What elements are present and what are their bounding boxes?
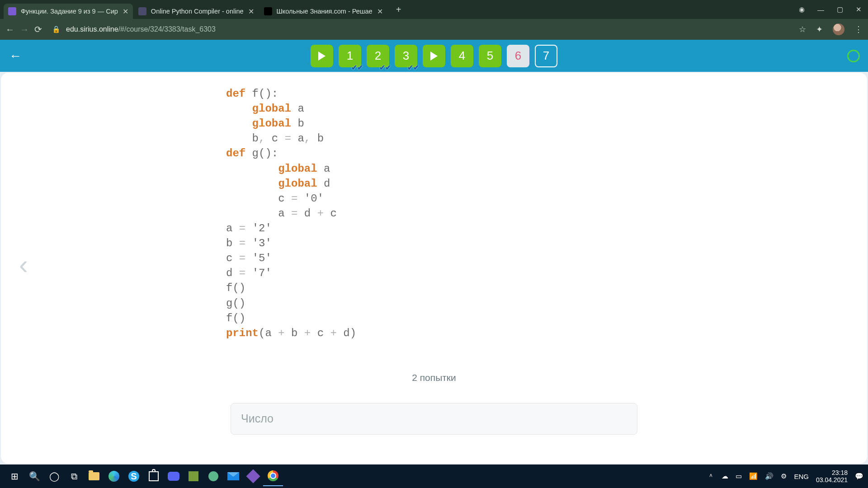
mail-icon[interactable] xyxy=(223,466,243,486)
task-play-button[interactable] xyxy=(423,45,445,67)
address-bar[interactable]: 🔒 edu.sirius.online/#/course/324/3383/ta… xyxy=(52,25,216,33)
url-host: edu.sirius.online xyxy=(66,25,118,33)
url-path: /#/course/324/3383/task_6303 xyxy=(118,25,216,33)
nav-reload-button[interactable]: ⟳ xyxy=(34,24,42,35)
nav-forward-button[interactable]: → xyxy=(20,24,29,35)
browser-tab[interactable]: Online Python Compiler - online✕ xyxy=(134,4,259,19)
browser-tabstrip: Функции. Задание 9 из 9 — Сир✕Online Pyt… xyxy=(0,0,868,19)
nav-back-button[interactable]: ← xyxy=(5,24,14,35)
chrome-menu-icon[interactable]: ⋮ xyxy=(854,24,863,34)
tab-title: Online Python Compiler - online xyxy=(151,8,244,15)
prev-task-arrow[interactable]: ‹ xyxy=(19,249,28,280)
extensions-icon[interactable]: ✦ xyxy=(816,24,823,34)
account-indicator-icon[interactable]: ◉ xyxy=(799,5,805,14)
tab-title: Функции. Задание 9 из 9 — Сир xyxy=(21,8,118,15)
task-number-button[interactable]: 3✔✔ xyxy=(395,45,417,67)
tray-security-icon[interactable]: ⚙ xyxy=(781,472,787,480)
tab-favicon-icon xyxy=(8,7,16,15)
tab-close-button[interactable]: ✕ xyxy=(123,7,128,16)
tray-time: 23:18 xyxy=(816,469,848,476)
task-complete-icon: ✔✔ xyxy=(407,63,419,72)
task-number-button[interactable]: 6 xyxy=(507,45,529,67)
task-number-button-current[interactable]: 7 xyxy=(535,45,557,67)
start-button[interactable]: ⊞ xyxy=(5,466,24,486)
taskbar-search-icon[interactable]: 🔍 xyxy=(24,466,44,486)
lock-icon: 🔒 xyxy=(52,25,61,33)
tab-close-button[interactable]: ✕ xyxy=(377,7,383,16)
minecraft-icon[interactable] xyxy=(184,466,203,486)
tray-battery-icon[interactable]: ▭ xyxy=(736,472,742,480)
window-maximize-button[interactable]: ▢ xyxy=(837,5,843,14)
window-minimize-button[interactable]: — xyxy=(817,6,824,14)
answer-input[interactable] xyxy=(231,403,637,435)
course-top-bar: ← 1✔✔2✔✔3✔✔4567 xyxy=(0,40,868,72)
profile-avatar[interactable] xyxy=(833,23,844,35)
task-view-icon[interactable]: ⧉ xyxy=(64,466,84,486)
tray-date: 03.04.2021 xyxy=(816,476,848,483)
browser-toolbar: ← → ⟳ 🔒 edu.sirius.online/#/course/324/3… xyxy=(0,19,868,40)
task-number-button[interactable]: 5 xyxy=(479,45,501,67)
tab-favicon-icon xyxy=(138,7,146,15)
tray-wifi-icon[interactable]: 📶 xyxy=(749,472,758,480)
tray-language[interactable]: ENG xyxy=(794,473,809,480)
atom-icon[interactable] xyxy=(203,466,223,486)
new-tab-button[interactable]: + xyxy=(392,3,406,16)
tray-volume-icon[interactable]: 🔊 xyxy=(765,472,774,480)
task-number-button[interactable]: 2✔✔ xyxy=(367,45,389,67)
task-number-button[interactable]: 1✔✔ xyxy=(339,45,361,67)
edge-icon[interactable] xyxy=(104,466,124,486)
play-icon xyxy=(430,52,438,61)
tab-title: Школьные Знания.com - Решае xyxy=(277,8,373,15)
ms-store-icon[interactable] xyxy=(144,466,164,486)
task-play-button[interactable] xyxy=(311,45,333,67)
chrome-icon[interactable] xyxy=(263,466,283,486)
attempts-label: 2 попытки xyxy=(1,372,867,383)
bookmark-star-icon[interactable]: ☆ xyxy=(799,24,806,34)
visual-studio-icon[interactable] xyxy=(243,466,263,486)
play-icon xyxy=(318,52,326,61)
windows-taskbar: ⊞ 🔍 ◯ ⧉ S ＾ ☁ ▭ 📶 🔊 ⚙ ENG 23:18 03.04.20… xyxy=(0,465,868,488)
browser-tab[interactable]: Школьные Знания.com - Решае✕ xyxy=(259,4,387,19)
tab-close-button[interactable]: ✕ xyxy=(248,7,254,16)
discord-icon[interactable] xyxy=(164,466,184,486)
task-navigation: 1✔✔2✔✔3✔✔4567 xyxy=(311,45,557,67)
window-close-button[interactable]: ✕ xyxy=(856,5,862,14)
tray-onedrive-icon[interactable]: ☁ xyxy=(722,472,728,480)
file-explorer-icon[interactable] xyxy=(84,466,104,486)
content-area: ‹ def f(): global a global b b, c = a, b… xyxy=(0,72,868,465)
task-complete-icon: ✔✔ xyxy=(379,63,391,72)
code-block: def f(): global a global b b, c = a, b d… xyxy=(226,86,642,341)
task-complete-icon: ✔✔ xyxy=(351,63,363,72)
task-number-button[interactable]: 4 xyxy=(451,45,473,67)
course-back-button[interactable]: ← xyxy=(9,49,22,63)
action-center-icon[interactable]: 💬 xyxy=(855,472,863,480)
sync-status-icon[interactable] xyxy=(847,50,860,62)
cortana-icon[interactable]: ◯ xyxy=(44,466,64,486)
tab-favicon-icon xyxy=(264,7,272,15)
tray-chevron-icon[interactable]: ＾ xyxy=(708,472,714,481)
tray-clock[interactable]: 23:18 03.04.2021 xyxy=(816,469,848,483)
skype-icon[interactable]: S xyxy=(124,466,144,486)
browser-tab[interactable]: Функции. Задание 9 из 9 — Сир✕ xyxy=(4,4,133,19)
